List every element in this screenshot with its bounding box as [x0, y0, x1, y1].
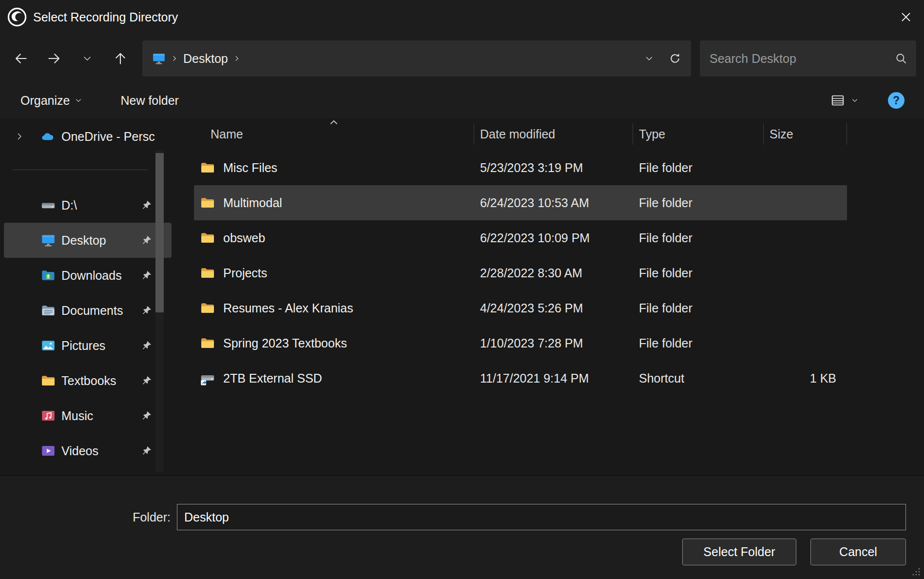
file-name: Misc Files [223, 161, 277, 175]
file-date-modified: 6/22/2023 10:09 PM [474, 231, 633, 245]
file-icon [200, 301, 215, 315]
file-row-projects[interactable]: Projects 2/28/2022 8:30 AM File folder [194, 255, 847, 290]
pin-icon[interactable] [141, 305, 152, 316]
file-row-resumes-alex-kranias[interactable]: Resumes - Alex Kranias 4/24/2023 5:26 PM… [194, 290, 847, 326]
column-header-size[interactable]: Size [764, 123, 847, 145]
sidebar-item-music[interactable]: Music [4, 398, 172, 433]
file-row-misc-files[interactable]: Misc Files 5/23/2023 3:19 PM File folder [194, 150, 847, 185]
pin-icon[interactable] [141, 445, 152, 456]
file-type: File folder [633, 266, 764, 280]
search-input[interactable] [709, 51, 895, 66]
sidebar-item-desktop[interactable]: Desktop [4, 223, 172, 258]
file-date-modified: 6/24/2023 10:53 AM [474, 196, 633, 210]
sidebar-item-label: OneDrive - Persc [61, 130, 155, 144]
file-name: Multimodal [223, 196, 282, 210]
file-type: Shortcut [633, 371, 764, 386]
file-row-2tb-external-ssd[interactable]: 2TB External SSD 11/17/2021 9:14 PM Shor… [194, 361, 847, 396]
sidebar-item-d[interactable]: D:\ [4, 188, 172, 223]
pin-icon[interactable] [141, 410, 152, 421]
file-date-modified: 2/28/2022 8:30 AM [474, 266, 633, 280]
organize-label: Organize [20, 94, 70, 108]
command-bar: Organize New folder ? [0, 83, 924, 118]
main-area: OneDrive - Persc D:\ Desktop Downloads D… [0, 118, 924, 475]
organize-button[interactable]: Organize [20, 94, 82, 108]
sidebar-separator [13, 170, 148, 170]
sidebar-item-icon [41, 444, 56, 458]
forward-button[interactable] [40, 44, 68, 73]
sidebar-item-onedrive[interactable]: OneDrive - Persc [4, 120, 172, 153]
search-box[interactable] [700, 40, 916, 77]
window-title: Select Recording Directory [33, 10, 178, 24]
sidebar-item-documents[interactable]: Documents [4, 293, 172, 328]
desktop-location-icon [152, 52, 166, 65]
sidebar-item-downloads[interactable]: Downloads [4, 258, 172, 293]
file-date-modified: 4/24/2023 5:26 PM [474, 301, 633, 315]
file-icon [200, 231, 215, 245]
resize-grip[interactable] [911, 567, 921, 577]
file-icon [200, 160, 215, 175]
file-type: File folder [633, 301, 764, 315]
pin-icon[interactable] [141, 200, 152, 211]
button-row: Select Folder Cancel [682, 539, 906, 565]
back-arrow-icon [14, 51, 28, 66]
view-mode-button[interactable] [830, 93, 859, 108]
folder-input[interactable] [177, 504, 906, 530]
help-icon: ? [893, 94, 900, 107]
search-icon[interactable] [895, 52, 907, 65]
expand-chevron-icon[interactable] [15, 132, 24, 141]
select-folder-button[interactable]: Select Folder [682, 539, 796, 565]
pin-icon[interactable] [141, 270, 152, 281]
file-name: obsweb [223, 231, 265, 245]
file-row-multimodal[interactable]: Multimodal 6/24/2023 10:53 AM File folde… [194, 185, 847, 220]
sidebar-item-textbooks[interactable]: Textbooks [4, 363, 172, 398]
column-header-date-modified[interactable]: Date modified [474, 123, 633, 145]
dialog-footer: Folder: Select Folder Cancel [0, 475, 924, 579]
file-name: Spring 2023 Textbooks [223, 336, 347, 350]
file-icon [200, 336, 215, 350]
file-date-modified: 1/10/2023 7:28 PM [474, 336, 633, 350]
new-folder-button[interactable]: New folder [120, 94, 179, 108]
close-icon [899, 10, 913, 24]
obs-logo-icon [7, 7, 27, 27]
file-type: File folder [633, 231, 764, 245]
sidebar-item-label: Documents [61, 304, 123, 318]
organize-caret-icon [75, 96, 82, 104]
file-icon [200, 195, 215, 210]
help-button[interactable]: ? [888, 92, 905, 109]
cancel-button[interactable]: Cancel [810, 539, 906, 565]
pin-icon[interactable] [141, 340, 152, 351]
file-icon [200, 371, 215, 386]
pin-icon[interactable] [141, 375, 152, 386]
folder-label: Folder: [0, 510, 171, 524]
file-name: Resumes - Alex Kranias [223, 301, 353, 315]
refresh-icon[interactable] [669, 52, 681, 65]
pin-icon[interactable] [141, 235, 152, 246]
file-type: File folder [633, 336, 764, 350]
column-header-type[interactable]: Type [633, 123, 764, 145]
sort-ascending-icon [328, 117, 339, 128]
close-button[interactable] [888, 0, 924, 34]
sidebar-scrollbar[interactable] [155, 150, 164, 472]
address-bar[interactable]: Desktop [142, 40, 691, 77]
breadcrumb-desktop[interactable]: Desktop [183, 52, 228, 66]
breadcrumb-chevron-icon[interactable] [233, 55, 241, 62]
address-dropdown-icon[interactable] [644, 54, 654, 63]
file-row-obsweb[interactable]: obsweb 6/22/2023 10:09 PM File folder [194, 220, 847, 255]
sidebar-item-label: Desktop [61, 233, 106, 248]
file-date-modified: 11/17/2021 9:14 PM [474, 371, 633, 386]
file-size: 1 KB [764, 371, 847, 386]
scrollbar-thumb[interactable] [155, 153, 164, 312]
sidebar-item-videos[interactable]: Videos [4, 433, 172, 468]
sidebar-item-label: Pictures [61, 339, 105, 353]
forward-arrow-icon [47, 51, 61, 66]
file-date-modified: 5/23/2023 3:19 PM [474, 161, 633, 175]
recent-locations-button[interactable] [73, 44, 101, 73]
file-row-spring-2023-textbooks[interactable]: Spring 2023 Textbooks 1/10/2023 7:28 PM … [194, 326, 847, 361]
sidebar-item-pictures[interactable]: Pictures [4, 328, 172, 363]
sidebar-item-icon [41, 268, 56, 283]
sidebar-item-label: Textbooks [61, 374, 116, 388]
sidebar-item-icon [41, 303, 56, 318]
up-button[interactable] [106, 44, 135, 73]
back-button[interactable] [7, 44, 35, 73]
file-name: Projects [223, 266, 267, 280]
